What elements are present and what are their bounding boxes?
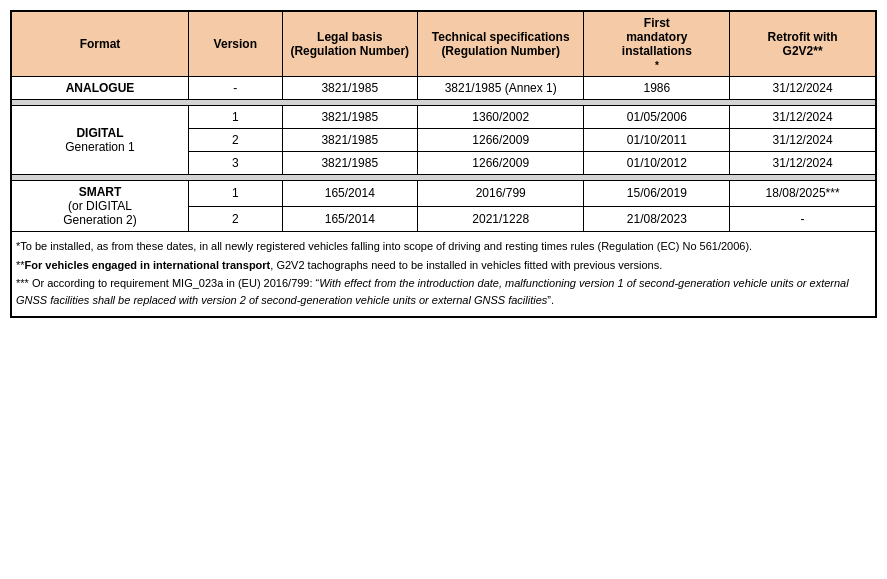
footnote-2: **For vehicles engaged in international …	[16, 257, 871, 274]
digital-v2-tech: 1266/2009	[417, 129, 584, 152]
smart-v1-first: 15/06/2019	[584, 181, 730, 207]
tachograph-table: Format Version Legal basis (Regulation N…	[11, 11, 876, 232]
smart-v1-tech: 2016/799	[417, 181, 584, 207]
smart-v1-legal: 165/2014	[282, 181, 417, 207]
digital-v3-retrofit: 31/12/2024	[730, 152, 876, 175]
header-legal: Legal basis (Regulation Number)	[282, 12, 417, 77]
footnote-1: *To be installed, as from these dates, i…	[16, 238, 871, 255]
smart-row-1: SMART (or DIGITAL Generation 2) 1 165/20…	[12, 181, 876, 207]
smart-v2-legal: 165/2014	[282, 206, 417, 232]
footnotes: *To be installed, as from these dates, i…	[11, 232, 876, 317]
header-version: Version	[188, 12, 282, 77]
analogue-tech: 3821/1985 (Annex 1)	[417, 77, 584, 100]
smart-v2-first: 21/08/2023	[584, 206, 730, 232]
analogue-first: 1986	[584, 77, 730, 100]
digital-v3-legal: 3821/1985	[282, 152, 417, 175]
analogue-legal: 3821/1985	[282, 77, 417, 100]
smart-v1-retrofit: 18/08/2025***	[730, 181, 876, 207]
smart-v2-version: 2	[188, 206, 282, 232]
digital-v1-first: 01/05/2006	[584, 106, 730, 129]
smart-v1-version: 1	[188, 181, 282, 207]
main-table-container: Format Version Legal basis (Regulation N…	[10, 10, 877, 318]
digital-v1-legal: 3821/1985	[282, 106, 417, 129]
digital-format: DIGITAL Generation 1	[12, 106, 189, 175]
digital-v3-version: 3	[188, 152, 282, 175]
smart-v2-retrofit: -	[730, 206, 876, 232]
digital-v1-version: 1	[188, 106, 282, 129]
digital-row-1: DIGITAL Generation 1 1 3821/1985 1360/20…	[12, 106, 876, 129]
header-format: Format	[12, 12, 189, 77]
digital-v3-first: 01/10/2012	[584, 152, 730, 175]
header-row: Format Version Legal basis (Regulation N…	[12, 12, 876, 77]
analogue-format: ANALOGUE	[12, 77, 189, 100]
analogue-retrofit: 31/12/2024	[730, 77, 876, 100]
smart-format: SMART (or DIGITAL Generation 2)	[12, 181, 189, 232]
digital-v2-first: 01/10/2011	[584, 129, 730, 152]
analogue-row: ANALOGUE - 3821/1985 3821/1985 (Annex 1)…	[12, 77, 876, 100]
digital-v2-version: 2	[188, 129, 282, 152]
footnote-3: *** Or according to requirement MIG_023a…	[16, 275, 871, 308]
header-retrofit: Retrofit withG2V2**	[730, 12, 876, 77]
header-tech: Technical specifications (Regulation Num…	[417, 12, 584, 77]
header-first: Firstmandatoryinstallations*	[584, 12, 730, 77]
smart-v2-tech: 2021/1228	[417, 206, 584, 232]
digital-v2-retrofit: 31/12/2024	[730, 129, 876, 152]
digital-v3-tech: 1266/2009	[417, 152, 584, 175]
analogue-version: -	[188, 77, 282, 100]
digital-v1-retrofit: 31/12/2024	[730, 106, 876, 129]
digital-v1-tech: 1360/2002	[417, 106, 584, 129]
digital-v2-legal: 3821/1985	[282, 129, 417, 152]
